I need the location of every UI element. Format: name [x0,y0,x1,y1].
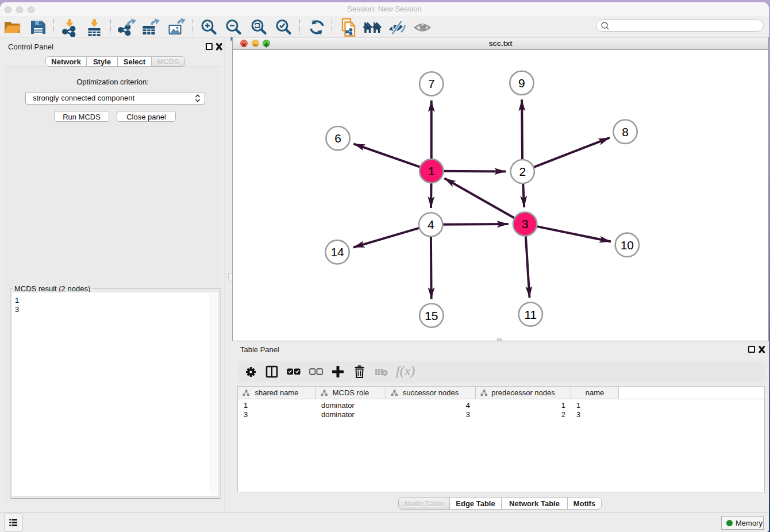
svg-text:4: 4 [428,218,434,231]
svg-text:9: 9 [518,76,525,90]
svg-text:6: 6 [334,132,341,145]
svg-text:15: 15 [425,309,438,322]
svg-text:8: 8 [622,125,629,138]
svg-text:11: 11 [524,308,537,321]
svg-text:3: 3 [522,217,529,230]
svg-text:10: 10 [621,238,634,252]
svg-text:1: 1 [428,164,435,178]
svg-text:7: 7 [428,77,435,90]
svg-text:2: 2 [519,165,526,178]
svg-text:14: 14 [330,245,344,259]
